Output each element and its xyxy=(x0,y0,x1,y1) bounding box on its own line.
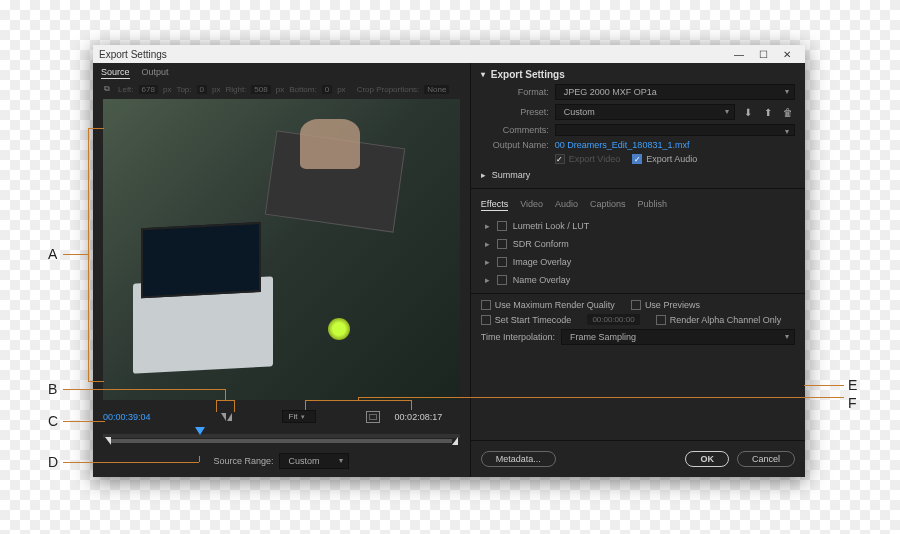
time-interpolation-label: Time Interpolation: xyxy=(481,332,555,342)
fx-name-overlay-twisty[interactable]: ▸ xyxy=(485,275,491,285)
window-minimize-button[interactable]: — xyxy=(727,49,751,60)
render-alpha-only-label: Render Alpha Channel Only xyxy=(670,315,782,325)
summary-twisty[interactable]: ▸ xyxy=(481,170,486,180)
ok-button[interactable]: OK xyxy=(685,451,729,467)
preset-label: Preset: xyxy=(481,107,549,117)
tab-source[interactable]: Source xyxy=(101,67,130,79)
export-video-label: Export Video xyxy=(569,154,620,164)
subtab-effects[interactable]: Effects xyxy=(481,199,508,211)
set-out-point-button[interactable] xyxy=(227,413,232,421)
timecode-current[interactable]: 00:00:39:04 xyxy=(103,412,151,422)
annotation-F-label: F xyxy=(848,395,857,411)
fx-sdr-twisty[interactable]: ▸ xyxy=(485,239,491,249)
right-panel: ▾ Export Settings Format: JPEG 2000 MXF … xyxy=(471,63,805,477)
annotation-C-label: C xyxy=(48,413,58,429)
scene-hands xyxy=(300,119,360,169)
fx-sdr-checkbox[interactable] xyxy=(497,239,507,249)
preset-dropdown[interactable]: Custom xyxy=(555,104,735,120)
range-out-handle[interactable] xyxy=(452,437,458,445)
subtab-audio[interactable]: Audio xyxy=(555,199,578,211)
fx-image-overlay-twisty[interactable]: ▸ xyxy=(485,257,491,267)
render-alpha-only-checkbox[interactable] xyxy=(656,315,666,325)
subtab-publish[interactable]: Publish xyxy=(638,199,668,211)
save-preset-icon[interactable]: ⬇ xyxy=(741,105,755,119)
annotation-E-label: E xyxy=(848,377,857,393)
scene-skateboard-wheel xyxy=(328,318,350,340)
crop-px-3: px xyxy=(276,85,284,94)
window-title: Export Settings xyxy=(99,49,167,60)
crop-top-label: Top: xyxy=(176,85,191,94)
subtab-video[interactable]: Video xyxy=(520,199,543,211)
source-range-label: Source Range: xyxy=(213,456,273,466)
window-maximize-button[interactable]: ☐ xyxy=(751,49,775,60)
export-settings-header: Export Settings xyxy=(491,69,565,80)
fx-lumetri-twisty[interactable]: ▸ xyxy=(485,221,491,231)
crop-settings-row: ⧉ Left: 678 px Top: 0 px Right: 508 px B… xyxy=(93,81,470,99)
timecode-duration: 00:02:08:17 xyxy=(395,412,460,422)
set-start-tc-checkbox[interactable] xyxy=(481,315,491,325)
zoom-level-value: Fit xyxy=(289,412,298,421)
zoom-level-dropdown[interactable]: Fit xyxy=(282,410,317,423)
tab-output[interactable]: Output xyxy=(142,67,169,79)
preview-scene xyxy=(103,99,460,400)
fx-image-overlay-checkbox[interactable] xyxy=(497,257,507,267)
crop-px-2: px xyxy=(212,85,220,94)
fx-name-overlay-label: Name Overlay xyxy=(513,275,571,285)
export-settings-dialog: Export Settings — ☐ ✕ Source Output ⧉ Le… xyxy=(93,45,805,477)
annotation-E-line xyxy=(804,385,844,386)
format-value: JPEG 2000 MXF OP1a xyxy=(564,87,657,97)
import-preset-icon[interactable]: ⬆ xyxy=(761,105,775,119)
annotation-B-label: B xyxy=(48,381,57,397)
transport-controls: 00:00:39:04 Fit 00:02:08:17 xyxy=(93,400,470,427)
start-timecode-field[interactable]: 00:00:00:00 xyxy=(587,314,639,325)
subtab-captions[interactable]: Captions xyxy=(590,199,626,211)
cancel-button[interactable]: Cancel xyxy=(737,451,795,467)
delete-preset-icon[interactable]: 🗑 xyxy=(781,105,795,119)
timeline-playhead[interactable] xyxy=(195,427,205,435)
source-range-dropdown[interactable]: Custom xyxy=(279,453,349,469)
time-interpolation-dropdown[interactable]: Frame Sampling xyxy=(561,329,795,345)
fx-image-overlay-label: Image Overlay xyxy=(513,257,572,267)
crop-top-value[interactable]: 0 xyxy=(197,85,207,94)
export-settings-twisty[interactable]: ▾ xyxy=(481,70,485,79)
use-previews-checkbox[interactable] xyxy=(631,300,641,310)
title-bar: Export Settings — ☐ ✕ xyxy=(93,45,805,63)
format-dropdown[interactable]: JPEG 2000 MXF OP1a xyxy=(555,84,795,100)
crop-px-4: px xyxy=(337,85,345,94)
crop-proportions-value[interactable]: None xyxy=(424,85,449,94)
left-panel: Source Output ⧉ Left: 678 px Top: 0 px R… xyxy=(93,63,471,477)
annotation-D-label: D xyxy=(48,454,58,470)
in-out-markers xyxy=(221,413,232,421)
scene-laptop-base xyxy=(133,276,273,373)
fx-sdr-label: SDR Conform xyxy=(513,239,569,249)
timeline-track xyxy=(103,434,460,438)
fx-lumetri-checkbox[interactable] xyxy=(497,221,507,231)
crop-proportions-label: Crop Proportions: xyxy=(357,85,420,94)
crop-left-label: Left: xyxy=(118,85,134,94)
range-bar xyxy=(111,439,452,443)
crop-left-value[interactable]: 678 xyxy=(139,85,158,94)
window-close-button[interactable]: ✕ xyxy=(775,49,799,60)
scene-laptop-screen xyxy=(141,222,261,298)
export-video-checkbox: ✓ xyxy=(555,154,565,164)
format-label: Format: xyxy=(481,87,549,97)
set-in-point-button[interactable] xyxy=(221,413,226,421)
aspect-ratio-button[interactable] xyxy=(366,411,380,423)
export-audio-label: Export Audio xyxy=(646,154,697,164)
comments-label: Comments: xyxy=(481,125,549,135)
use-previews-label: Use Previews xyxy=(645,300,700,310)
metadata-button[interactable]: Metadata... xyxy=(481,451,556,467)
fx-name-overlay-checkbox[interactable] xyxy=(497,275,507,285)
comments-field[interactable] xyxy=(555,124,795,136)
annotation-A-label: A xyxy=(48,246,57,262)
effects-list: ▸ Lumetri Look / LUT ▸ SDR Conform ▸ Ima… xyxy=(471,213,805,293)
crop-bottom-value[interactable]: 0 xyxy=(322,85,332,94)
export-audio-checkbox[interactable]: ✓ xyxy=(632,154,642,164)
crop-right-value[interactable]: 508 xyxy=(251,85,270,94)
crop-icon[interactable]: ⧉ xyxy=(101,83,113,95)
timeline[interactable] xyxy=(103,427,460,447)
set-start-tc-label: Set Start Timecode xyxy=(495,315,572,325)
output-name-label: Output Name: xyxy=(481,140,549,150)
max-render-quality-checkbox[interactable] xyxy=(481,300,491,310)
output-name-link[interactable]: 00 Dreamers_Edit_180831_1.mxf xyxy=(555,140,690,150)
